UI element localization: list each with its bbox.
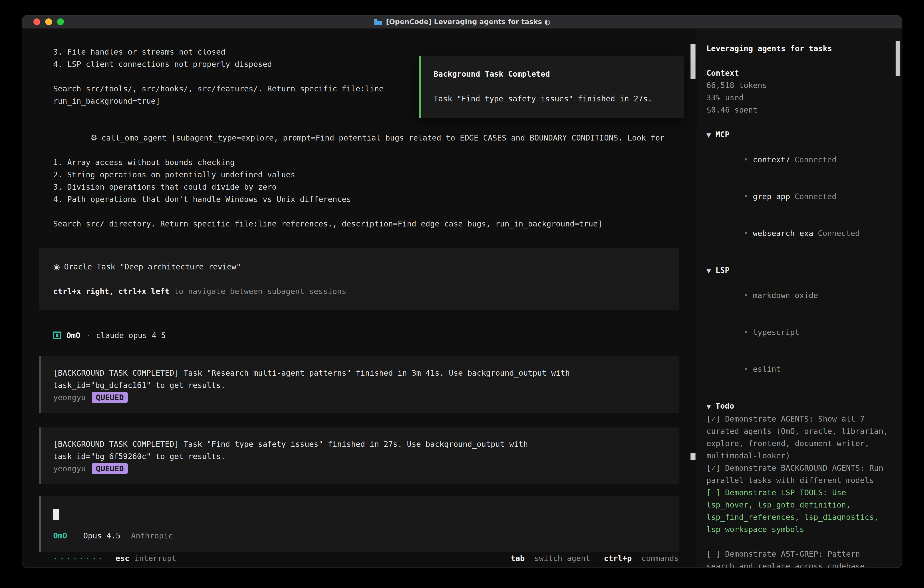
- lsp-heading: LSP: [716, 266, 729, 275]
- lsp-item: •markdown-oxide: [706, 277, 889, 314]
- subagent-navigation-hint: ctrl+x right, ctrl+x leftto navigate bet…: [53, 285, 665, 297]
- session-title: Leveraging agents for tasks: [706, 42, 889, 55]
- todo-item: [✓] Demonstrate BACKGROUND AGENTS: Run p…: [706, 462, 889, 486]
- prompt-input[interactable]: OmO Opus 4.5 Anthropic: [39, 496, 679, 552]
- separator-dot: ·: [86, 329, 90, 342]
- todo-item: [ ] Demonstrate AST-GREP: Pattern search…: [706, 548, 889, 568]
- spinner-dots: ········: [53, 552, 105, 564]
- terminal-line: 2. String operations on potentially unde…: [53, 168, 679, 181]
- tool-call-text: call_omo_agent [subagent_type=explore, p…: [101, 133, 665, 142]
- active-agent-label: OmO: [53, 531, 67, 540]
- esc-key-label: interrupt: [134, 552, 176, 564]
- active-model-label: Opus 4.5: [83, 531, 120, 540]
- bullet-icon: •: [744, 192, 748, 201]
- lsp-item: •typescript: [706, 314, 889, 351]
- oracle-title-text: Oracle Task "Deep architecture review": [64, 262, 241, 271]
- terminal-line: 4. Path operations that don't handle Win…: [53, 193, 679, 205]
- bullet-icon: •: [744, 328, 748, 337]
- status-bar: ········ esc interrupt tab switch agent …: [53, 552, 679, 564]
- message-author: yeongyu: [53, 462, 86, 475]
- commands-hint: ctrl+p commands: [604, 552, 679, 564]
- commands-label: commands: [641, 554, 679, 563]
- terminal-line: Search src/ directory. Return specific f…: [53, 218, 679, 230]
- window-title-text: [OpenCode] Leveraging agents for tasks ◐: [386, 18, 550, 25]
- sidebar-scrollbar-thumb[interactable]: [896, 41, 900, 76]
- oracle-task-title: ◉Oracle Task "Deep architecture review": [53, 261, 665, 273]
- esc-key-hint: esc: [116, 552, 129, 564]
- mcp-heading: MCP: [716, 130, 729, 139]
- chevron-down-icon: ▼: [706, 403, 711, 410]
- title-bar[interactable]: [OpenCode] Leveraging agents for tasks ◐: [22, 15, 902, 29]
- bullet-icon: •: [744, 155, 748, 164]
- bullet-icon: •: [744, 365, 748, 373]
- agent-session-header[interactable]: OmO · claude-opus-4-5: [53, 329, 679, 342]
- todo-heading: Todo: [716, 401, 734, 410]
- minimize-button[interactable]: [45, 18, 52, 25]
- context-heading: Context: [706, 67, 889, 79]
- ctrl-p-key: ctrl+p: [604, 554, 632, 563]
- text-cursor: [53, 509, 59, 520]
- todo-section-header[interactable]: ▼Todo: [706, 400, 889, 413]
- message-line: task_id="bg_6f59260c" to get results.: [53, 450, 665, 462]
- terminal-line: 1. Array access without bounds checking: [53, 156, 679, 168]
- status-badge: QUEUED: [92, 392, 128, 403]
- main-scrollbar-marker[interactable]: [690, 453, 696, 460]
- context-spent: $0.46 spent: [706, 104, 889, 116]
- zoom-button[interactable]: [57, 18, 64, 25]
- mcp-item: •websearch_exaConnected: [706, 215, 889, 252]
- toast-body: Task "Find type safety issues" finished …: [434, 92, 670, 105]
- provider-label: Anthropic: [131, 531, 173, 540]
- todo-item: [✓] Demonstrate AGENTS: Show all 7 curat…: [706, 413, 889, 462]
- agent-name: OmO: [66, 329, 80, 342]
- terminal-line: 3. Division operations that could divide…: [53, 181, 679, 193]
- lsp-item: •eslint: [706, 351, 889, 387]
- folder-icon: [374, 18, 383, 25]
- gear-icon: ⚙: [91, 133, 97, 142]
- tab-hint: tab switch agent: [511, 552, 590, 564]
- chevron-down-icon: ▼: [706, 132, 711, 139]
- tab-key: tab: [511, 554, 525, 563]
- status-badge: QUEUED: [92, 463, 128, 474]
- message-line: [BACKGROUND TASK COMPLETED] Task "Find t…: [53, 438, 665, 450]
- notification-toast[interactable]: Background Task Completed Task "Find typ…: [419, 56, 684, 118]
- hint-text: to navigate between subagent sessions: [174, 287, 346, 296]
- input-model-info: OmO Opus 4.5 Anthropic: [53, 530, 665, 542]
- oracle-task-panel: ◉Oracle Task "Deep architecture review" …: [39, 248, 679, 310]
- app-window: [OpenCode] Leveraging agents for tasks ◐…: [21, 15, 903, 568]
- window-title: [OpenCode] Leveraging agents for tasks ◐: [374, 18, 550, 25]
- background-task-message: [BACKGROUND TASK COMPLETED] Task "Find t…: [39, 428, 679, 484]
- agent-model: claude-opus-4-5: [96, 329, 166, 342]
- tool-call-line: ⚙call_omo_agent [subagent_type=explore, …: [53, 119, 679, 156]
- mcp-section-header[interactable]: ▼MCP: [706, 128, 889, 141]
- context-tokens: 66,518 tokens: [706, 79, 889, 91]
- bullet-icon: •: [744, 291, 748, 300]
- main-scrollbar-thumb[interactable]: [690, 44, 696, 79]
- close-button[interactable]: [33, 18, 40, 25]
- terminal-main: 3. File handles or streams not closed 4.…: [22, 29, 697, 568]
- message-line: [BACKGROUND TASK COMPLETED] Task "Resear…: [53, 367, 665, 379]
- lsp-section-header[interactable]: ▼LSP: [706, 264, 889, 277]
- session-sidebar: Leveraging agents for tasks Context 66,5…: [697, 29, 902, 568]
- context-used: 33% used: [706, 91, 889, 104]
- background-task-message: [BACKGROUND TASK COMPLETED] Task "Resear…: [39, 356, 679, 413]
- toast-title: Background Task Completed: [434, 68, 670, 80]
- todo-item: [ ] Demonstrate LSP TOOLS: Use lsp_hover…: [706, 486, 889, 535]
- chevron-down-icon: ▼: [706, 268, 711, 274]
- tab-label: switch agent: [534, 554, 590, 563]
- message-line: task_id="bg_dcfac161" to get results.: [53, 379, 665, 391]
- hint-keys: ctrl+x right, ctrl+x left: [53, 287, 170, 296]
- message-meta: yeongyu QUEUED: [53, 462, 665, 475]
- agent-icon: [53, 332, 61, 339]
- message-meta: yeongyu QUEUED: [53, 391, 665, 404]
- oracle-icon: ◉: [53, 262, 60, 271]
- message-author: yeongyu: [53, 391, 86, 404]
- input-line[interactable]: [53, 508, 665, 520]
- mcp-item: •grep_appConnected: [706, 178, 889, 215]
- bullet-icon: •: [744, 229, 748, 238]
- mcp-item: •context7Connected: [706, 141, 889, 178]
- window-controls: [33, 18, 64, 25]
